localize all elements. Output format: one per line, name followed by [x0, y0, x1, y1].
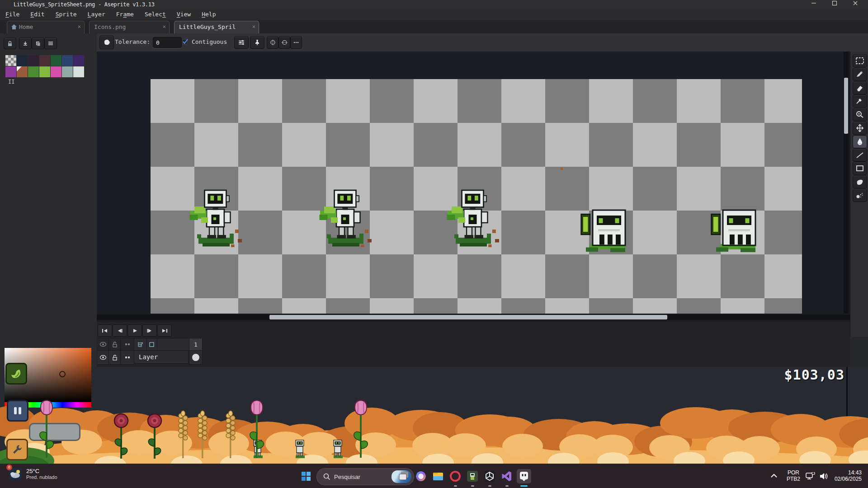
paint-bucket-tool[interactable] [853, 135, 867, 148]
prev-frame-button[interactable] [113, 324, 127, 337]
menu-sprite[interactable]: Sprite [50, 9, 82, 19]
timeline-header-continuous-icon[interactable] [120, 338, 134, 351]
taskbar-copilot-icon[interactable] [414, 469, 428, 483]
palette-copy-icon[interactable] [32, 38, 44, 49]
layer-eye-icon[interactable] [97, 350, 109, 365]
palette-swatch[interactable] [39, 55, 50, 66]
menu-help[interactable]: Help [196, 9, 221, 19]
contiguous-checkbox[interactable] [182, 38, 189, 47]
vertical-scrollbar[interactable] [844, 52, 849, 314]
menu-select[interactable]: Select [139, 9, 171, 19]
more-icon[interactable] [290, 36, 302, 49]
taskbar-visual-studio-icon[interactable] [500, 469, 514, 483]
layer-continuous-icon[interactable] [120, 350, 134, 365]
palette-swatch[interactable] [28, 55, 39, 66]
rectangle-tool[interactable] [853, 162, 867, 175]
tab-icons-png[interactable]: Icons.png× [89, 21, 170, 33]
tab-close-icon[interactable]: × [252, 23, 255, 30]
palette-arrow-down-icon[interactable] [19, 38, 32, 49]
timeline-header-cel-icon[interactable] [146, 338, 157, 351]
palette-swatch[interactable] [17, 55, 28, 66]
tab-close-icon[interactable]: × [163, 23, 166, 30]
palette-lock-icon[interactable] [4, 38, 16, 49]
taskbar-aseprite-icon[interactable] [517, 469, 531, 483]
plant-mini-robot [292, 437, 307, 462]
cel-cell[interactable] [189, 350, 203, 365]
taskbar-unity-hub-icon[interactable] [482, 469, 497, 483]
volume-icon[interactable] [819, 472, 828, 482]
next-frame-button[interactable] [142, 324, 157, 337]
palette-swatch[interactable] [5, 55, 16, 66]
timeline-header-onion-skin-icon[interactable] [134, 338, 147, 351]
taskbar-game-app-icon[interactable] [465, 469, 480, 483]
canvas-sprite-walker-robot[interactable] [189, 188, 243, 254]
game-pause-button[interactable] [7, 400, 28, 422]
eyedropper-tool[interactable] [853, 94, 867, 108]
timeline-header-lock-icon[interactable] [108, 338, 121, 351]
palette-swatch[interactable] [62, 66, 73, 77]
weather-widget[interactable]: 8 25°C Pred. nublado [8, 466, 57, 481]
palette-swatch[interactable] [73, 66, 84, 77]
pin-icon[interactable] [250, 36, 264, 49]
horizontal-scrollbar-thumb[interactable] [269, 315, 667, 319]
palette-swatch[interactable] [17, 66, 28, 77]
canvas-sprite-box-robot[interactable] [579, 202, 633, 258]
tolerance-input[interactable] [153, 37, 182, 48]
palette-swatch[interactable] [28, 66, 39, 77]
play-button[interactable] [127, 324, 142, 337]
canvas-sprite-walker-robot[interactable] [446, 188, 500, 254]
sprite-canvas[interactable] [151, 79, 802, 314]
timeline-header-eye-icon[interactable] [97, 338, 109, 351]
taskbar-opera-gx-icon[interactable] [448, 469, 462, 483]
tab-home[interactable]: Home× [7, 21, 85, 33]
tab-littleguys-spril[interactable]: LittleGuys_Spril× [174, 21, 259, 33]
horizontal-scrollbar[interactable] [97, 314, 850, 320]
palette-swatch[interactable] [39, 66, 50, 77]
zoom-tool[interactable] [853, 108, 867, 121]
menu-layer[interactable]: Layer [82, 9, 111, 19]
go-first-button[interactable] [98, 324, 112, 337]
game-wrench-button[interactable] [6, 439, 28, 460]
palette-swatch[interactable] [5, 66, 16, 77]
contour-tool[interactable] [853, 175, 867, 188]
vertical-scrollbar-thumb[interactable] [844, 78, 848, 134]
line-tool[interactable] [853, 149, 867, 162]
close-button[interactable] [845, 0, 865, 9]
palette-menu-icon[interactable] [44, 38, 57, 49]
plant-tulip [245, 399, 268, 462]
tune-icon[interactable] [234, 36, 249, 49]
maximize-button[interactable] [825, 0, 844, 9]
canvas-sprite-box-robot[interactable] [709, 202, 764, 258]
menu-view[interactable]: View [171, 9, 196, 19]
palette-swatch[interactable] [51, 66, 61, 77]
palette-swatch[interactable] [51, 55, 61, 66]
menu-edit[interactable]: Edit [25, 9, 50, 19]
pencil-tool[interactable] [853, 68, 867, 81]
eraser-tool[interactable] [853, 81, 867, 94]
canvas-sprite-walker-robot[interactable] [319, 188, 373, 254]
tray-chevron-icon[interactable] [770, 472, 778, 480]
frame-header-cell[interactable]: 1 [189, 338, 203, 351]
hand-tool[interactable] [853, 122, 867, 135]
go-last-button[interactable] [157, 324, 172, 337]
layer-name-cell[interactable]: Layer [134, 350, 189, 364]
palette-swatch[interactable] [73, 55, 84, 66]
menu-file[interactable]: File [0, 9, 25, 19]
layer-lock-icon[interactable] [108, 350, 121, 365]
color-picker-selector[interactable] [59, 371, 66, 377]
blob-brush-icon[interactable] [99, 36, 114, 49]
rectangular-marquee-tool[interactable] [853, 54, 867, 67]
minimize-button[interactable] [804, 0, 824, 9]
symmetry-vertical-icon[interactable] [267, 36, 278, 49]
menu-frame[interactable]: Frame [111, 9, 139, 19]
symmetry-horizontal-icon[interactable] [278, 36, 290, 49]
taskbar-file-explorer-icon[interactable] [431, 469, 445, 483]
jumble-tool[interactable] [853, 189, 867, 202]
tab-close-icon[interactable]: × [78, 23, 81, 30]
taskbar-task-view-icon[interactable] [396, 469, 411, 483]
palette-swatch[interactable] [62, 55, 73, 66]
start-button[interactable] [299, 469, 313, 483]
canvas-area[interactable] [97, 52, 850, 322]
game-leaf-button[interactable] [5, 363, 27, 385]
network-icon[interactable] [806, 472, 816, 482]
